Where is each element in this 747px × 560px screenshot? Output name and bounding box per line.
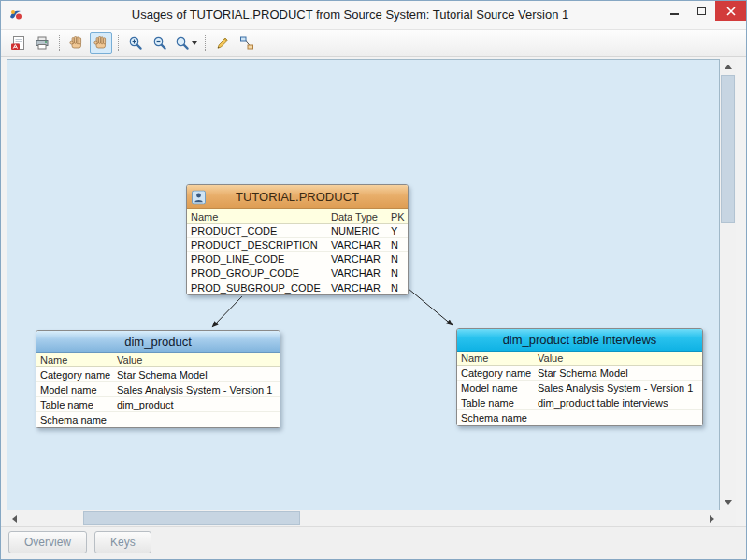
toolbar-separator	[118, 35, 119, 51]
table-row[interactable]: PROD_GROUP_CODE VARCHAR N	[187, 266, 408, 280]
data-type-cell: VARCHAR	[327, 267, 387, 279]
diagram-canvas[interactable]: TUTORIAL.PRODUCT Name Data Type PK PRODU…	[7, 59, 720, 510]
data-type-cell: VARCHAR	[327, 239, 387, 251]
entity-dim-product-interviews[interactable]: dim_product table interviews Name Value …	[456, 328, 703, 426]
column-header-row: Name Data Type PK	[187, 209, 408, 224]
property-name-cell: Schema name	[457, 412, 534, 424]
table-row[interactable]: PRODUCT_CODE NUMERIC Y	[187, 224, 408, 238]
titlebar[interactable]: Usages of TUTORIAL.PRODUCT from Source S…	[1, 1, 746, 29]
minimize-icon	[670, 13, 679, 15]
arrow-up-icon	[725, 65, 732, 69]
table-row[interactable]: Table name dim_product	[36, 397, 280, 412]
table-row[interactable]: PROD_LINE_CODE VARCHAR N	[187, 252, 408, 266]
arrow-down-icon	[725, 500, 732, 505]
scroll-down-button[interactable]	[720, 495, 736, 510]
pan-button[interactable]	[65, 32, 88, 54]
person-icon	[192, 190, 206, 204]
vertical-scrollbar-thumb[interactable]	[721, 75, 735, 223]
column-name-cell: PROD_LINE_CODE	[187, 253, 327, 265]
table-row[interactable]: Table name dim_product table interviews	[457, 395, 702, 410]
scroll-left-button[interactable]	[7, 510, 22, 526]
table-row[interactable]: PRODUCT_DESCRIPTION VARCHAR N	[187, 238, 408, 252]
scroll-right-button[interactable]	[704, 510, 720, 526]
property-name-cell: Category name	[457, 367, 534, 379]
new-relation-button[interactable]	[236, 32, 258, 54]
property-name-cell: Model name	[36, 384, 113, 395]
pan-selected-button[interactable]	[90, 32, 112, 54]
column-name-cell: PROD_SUBGROUP_CODE	[187, 282, 327, 294]
property-value-cell: dim_product	[113, 399, 280, 410]
pk-cell: N	[387, 267, 408, 279]
data-type-cell: NUMERIC	[327, 225, 387, 237]
table-row[interactable]: Model name Sales Analysis System - Versi…	[36, 382, 280, 397]
arrow-left-icon	[12, 515, 17, 523]
table-row[interactable]: Category name Star Schema Model	[36, 367, 280, 382]
column-name-cell: PRODUCT_CODE	[187, 225, 327, 237]
column-header: Value	[534, 352, 702, 364]
zoom-in-button[interactable]	[124, 32, 147, 54]
scroll-up-button[interactable]	[720, 59, 736, 75]
property-value-cell: Star Schema Model	[534, 367, 702, 379]
edit-button[interactable]	[211, 32, 234, 54]
table-row[interactable]: Category name Star Schema Model	[457, 366, 702, 381]
property-name-cell: Category name	[36, 369, 113, 381]
column-header-row: Name Value	[457, 352, 702, 366]
window-title: Usages of TUTORIAL.PRODUCT from Source S…	[57, 1, 643, 29]
window-controls	[661, 1, 746, 21]
horizontal-scrollbar-thumb[interactable]	[83, 511, 300, 525]
table-row[interactable]: PROD_SUBGROUP_CODE VARCHAR N	[187, 280, 408, 294]
column-header: Data Type	[327, 211, 387, 223]
close-button[interactable]	[715, 1, 746, 21]
chevron-down-icon	[192, 41, 197, 45]
property-value-cell: dim_product table interviews	[534, 397, 702, 409]
toolbar-separator	[205, 35, 206, 51]
toolbar-separator	[59, 35, 60, 51]
close-icon	[726, 7, 736, 16]
property-value-cell: Star Schema Model	[113, 369, 280, 381]
toolbar	[1, 29, 746, 57]
export-image-icon	[10, 36, 25, 50]
entity-header[interactable]: dim_product	[36, 331, 280, 353]
property-value-cell: Sales Analysis System - Version 1	[534, 382, 702, 394]
zoom-dropdown-button[interactable]	[172, 32, 200, 54]
print-button[interactable]	[31, 32, 53, 54]
tab-keys[interactable]: Keys	[94, 531, 151, 553]
property-name-cell: Table name	[457, 397, 534, 409]
app-icon	[8, 7, 23, 22]
zoom-icon	[175, 36, 190, 50]
entity-title: dim_product table interviews	[503, 333, 657, 347]
column-header: Name	[457, 352, 534, 364]
pk-cell: N	[387, 253, 408, 265]
column-name-cell: PRODUCT_DESCRIPTION	[187, 239, 327, 251]
maximize-button[interactable]	[688, 1, 715, 21]
property-value-cell: Sales Analysis System - Version 1	[113, 384, 280, 395]
entity-dim-product[interactable]: dim_product Name Value Category name Sta…	[36, 330, 280, 428]
pk-cell: Y	[387, 225, 408, 237]
property-name-cell: Schema name	[36, 414, 113, 425]
entity-title: dim_product	[124, 335, 192, 349]
tab-overview[interactable]: Overview	[8, 531, 87, 553]
table-row[interactable]: Model name Sales Analysis System - Versi…	[457, 381, 702, 395]
export-image-button[interactable]	[7, 32, 29, 54]
table-row[interactable]: Schema name	[457, 410, 702, 425]
minimize-button[interactable]	[661, 1, 688, 21]
column-header-row: Name Value	[36, 353, 280, 367]
pan-selected-hand-icon	[93, 36, 108, 50]
relation-icon	[239, 36, 254, 50]
table-row[interactable]: Schema name	[36, 412, 280, 427]
property-name-cell: Table name	[36, 399, 113, 410]
column-header: Name	[187, 211, 327, 223]
data-type-cell: VARCHAR	[327, 282, 387, 294]
pk-cell: N	[387, 239, 408, 251]
entity-tutorial-product[interactable]: TUTORIAL.PRODUCT Name Data Type PK PRODU…	[186, 184, 409, 295]
column-header: PK	[387, 211, 408, 223]
scrollbar-corner	[720, 510, 736, 526]
zoom-out-button[interactable]	[149, 32, 171, 54]
entity-header[interactable]: dim_product table interviews	[457, 329, 702, 352]
column-header: Name	[36, 354, 113, 366]
entity-header[interactable]: TUTORIAL.PRODUCT	[187, 185, 408, 209]
vertical-scrollbar	[720, 59, 736, 510]
zoom-out-icon	[152, 36, 167, 50]
horizontal-scrollbar	[7, 510, 720, 526]
column-name-cell: PROD_GROUP_CODE	[187, 267, 327, 279]
